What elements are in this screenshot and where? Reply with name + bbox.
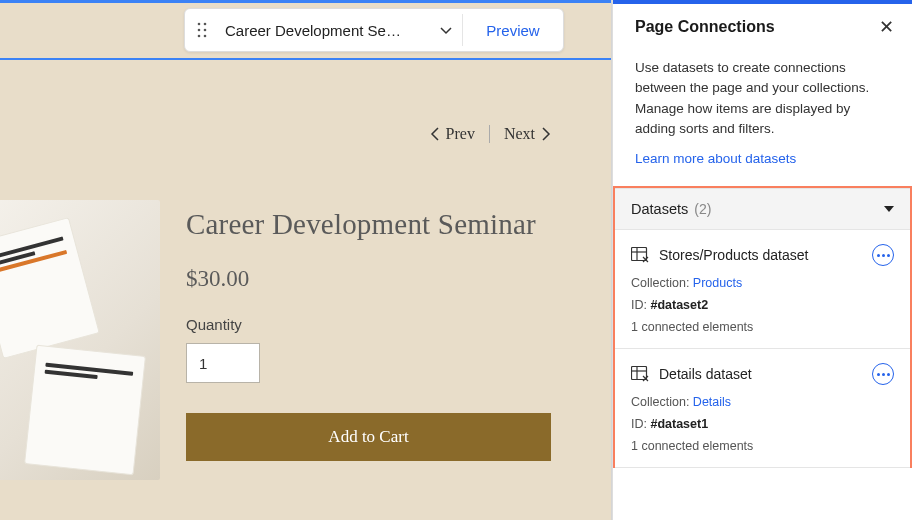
next-button[interactable]: Next — [504, 125, 551, 143]
chevron-right-icon — [541, 127, 551, 141]
svg-point-2 — [198, 29, 201, 32]
product-details: Career Development Seminar $30.00 Quanti… — [186, 206, 551, 461]
page-name-dropdown[interactable]: Career Development Se… — [219, 22, 430, 39]
product-image-bag — [0, 217, 100, 359]
close-icon[interactable]: ✕ — [879, 18, 894, 36]
nav-divider — [489, 125, 490, 143]
selection-under-border — [0, 58, 611, 60]
more-dots-icon — [877, 254, 890, 257]
panel-title: Page Connections — [635, 18, 775, 36]
svg-point-3 — [204, 29, 207, 32]
caret-down-icon — [884, 206, 894, 212]
panel-header: Page Connections ✕ — [613, 4, 912, 50]
dataset-collection: Collection: Products — [631, 276, 894, 290]
add-to-cart-button[interactable]: Add to Cart — [186, 413, 551, 461]
product-title: Career Development Seminar — [186, 206, 551, 242]
collection-link[interactable]: Products — [693, 276, 742, 290]
dataset-name: Details dataset — [659, 366, 862, 382]
datasets-count: (2) — [694, 201, 711, 217]
prev-label: Prev — [446, 125, 475, 143]
dataset-connected: 1 connected elements — [631, 439, 894, 453]
svg-point-0 — [198, 23, 201, 26]
datasets-section: Datasets (2) Stores/Products dataset Col… — [613, 186, 912, 468]
preview-button[interactable]: Preview — [463, 22, 563, 39]
datasets-header-title: Datasets — [631, 201, 688, 217]
prev-next-nav: Prev Next — [430, 125, 551, 143]
chevron-left-icon — [430, 127, 440, 141]
dataset-name: Stores/Products dataset — [659, 247, 862, 263]
dataset-icon — [631, 247, 649, 263]
product-image-bag — [24, 345, 146, 476]
collection-link[interactable]: Details — [693, 395, 731, 409]
quantity-input[interactable] — [186, 343, 260, 383]
dataset-collection: Collection: Details — [631, 395, 894, 409]
product-image — [0, 200, 160, 480]
dataset-icon — [631, 366, 649, 382]
dataset-connected: 1 connected elements — [631, 320, 894, 334]
next-label: Next — [504, 125, 535, 143]
svg-point-1 — [204, 23, 207, 26]
editor-canvas: Career Development Se… Preview Prev Next — [0, 0, 612, 520]
product-price: $30.00 — [186, 266, 551, 292]
more-dots-icon — [877, 373, 890, 376]
datasets-header[interactable]: Datasets (2) — [615, 188, 910, 230]
page-connections-panel: Page Connections ✕ Use datasets to creat… — [612, 0, 912, 520]
panel-description: Use datasets to create connections betwe… — [613, 50, 912, 139]
dataset-item: Stores/Products dataset Collection: Prod… — [615, 230, 910, 349]
quantity-label: Quantity — [186, 316, 551, 333]
chevron-down-icon[interactable] — [430, 23, 462, 37]
dataset-id: ID: #dataset1 — [631, 417, 894, 431]
svg-point-4 — [198, 35, 201, 38]
page-toolbar: Career Development Se… Preview — [184, 8, 564, 52]
dataset-item: Details dataset Collection: Details ID: … — [615, 349, 910, 468]
learn-more-link[interactable]: Learn more about datasets — [613, 139, 912, 186]
drag-handle-icon[interactable] — [185, 8, 219, 52]
dataset-more-button[interactable] — [872, 363, 894, 385]
dataset-more-button[interactable] — [872, 244, 894, 266]
prev-button[interactable]: Prev — [430, 125, 475, 143]
dataset-id: ID: #dataset2 — [631, 298, 894, 312]
selection-top-border — [0, 0, 611, 3]
svg-point-5 — [204, 35, 207, 38]
